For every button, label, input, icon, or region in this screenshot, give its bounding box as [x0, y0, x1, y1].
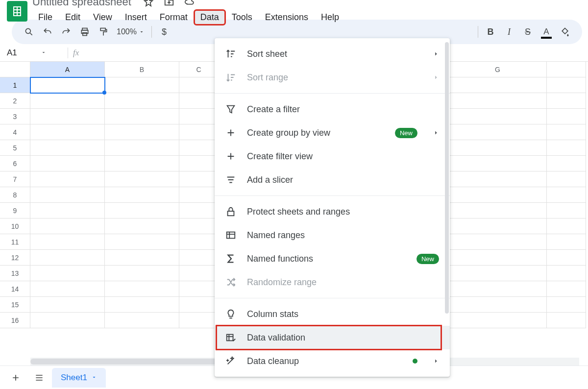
add-sheet-button[interactable] [5, 367, 26, 389]
cell[interactable] [105, 203, 179, 219]
cell[interactable] [105, 250, 179, 266]
col-header-g[interactable]: G [449, 62, 547, 77]
row-header[interactable]: 5 [0, 140, 30, 156]
cloud-status-icon[interactable] [184, 0, 195, 7]
cell[interactable] [179, 140, 219, 156]
cell[interactable] [547, 313, 586, 328]
cell[interactable] [105, 234, 179, 250]
cell[interactable] [179, 297, 219, 313]
cell[interactable] [105, 281, 179, 297]
cell[interactable] [179, 156, 219, 171]
sheets-logo[interactable] [7, 1, 27, 22]
cell[interactable] [179, 203, 219, 219]
document-title[interactable]: Untitled spreadsheet [32, 0, 131, 8]
cell[interactable] [30, 156, 105, 171]
row-header[interactable]: 4 [0, 124, 30, 140]
row-header[interactable]: 7 [0, 171, 30, 187]
cell[interactable] [179, 93, 219, 109]
cell[interactable] [449, 171, 547, 187]
bold-icon[interactable]: B [482, 24, 499, 40]
cell[interactable] [30, 93, 105, 109]
paint-format-icon[interactable] [95, 24, 112, 40]
cell[interactable] [449, 93, 547, 109]
cell[interactable] [449, 124, 547, 140]
cell[interactable] [30, 250, 105, 266]
row-header[interactable]: 9 [0, 203, 30, 219]
row-header[interactable]: 2 [0, 93, 30, 109]
cell[interactable] [449, 77, 547, 93]
cell[interactable] [449, 266, 547, 281]
cell[interactable] [105, 297, 179, 313]
cell[interactable] [30, 124, 105, 140]
search-menus-icon[interactable] [21, 24, 37, 40]
cell[interactable] [105, 77, 179, 93]
menu-create-group-by-view[interactable]: Create group by view New [215, 121, 450, 145]
cell[interactable] [449, 109, 547, 124]
row-header[interactable]: 6 [0, 156, 30, 171]
menu-named-functions[interactable]: Named functions New [215, 247, 450, 270]
cell[interactable] [449, 281, 547, 297]
cell[interactable] [547, 109, 586, 124]
row-header[interactable]: 11 [0, 234, 30, 250]
row-header[interactable]: 10 [0, 219, 30, 234]
col-header-b[interactable]: B [105, 62, 179, 77]
menu-edit[interactable]: Edit [59, 10, 86, 24]
col-header-c[interactable]: C [179, 62, 219, 77]
cell[interactable] [449, 313, 547, 328]
cell[interactable] [179, 313, 219, 328]
cell[interactable] [547, 124, 586, 140]
italic-icon[interactable]: I [501, 24, 517, 40]
cell[interactable] [179, 250, 219, 266]
row-header[interactable]: 3 [0, 109, 30, 124]
undo-icon[interactable] [39, 24, 56, 40]
cell[interactable] [179, 77, 219, 93]
name-box[interactable]: A1 [0, 48, 63, 58]
row-header[interactable]: 16 [0, 313, 30, 328]
cell[interactable] [547, 234, 586, 250]
redo-icon[interactable] [58, 24, 74, 40]
sheet-tab-menu-icon[interactable] [91, 373, 97, 383]
cell[interactable] [449, 219, 547, 234]
cell[interactable] [179, 281, 219, 297]
menu-create-filter[interactable]: Create a filter [215, 97, 450, 121]
sheet-tab-1[interactable]: Sheet1 [52, 368, 106, 388]
menu-data-validation[interactable]: Data validation [215, 326, 450, 349]
currency-icon[interactable]: $ [156, 24, 172, 40]
cell[interactable] [179, 187, 219, 203]
menu-create-filter-view[interactable]: Create filter view [215, 145, 450, 168]
cell[interactable] [547, 281, 586, 297]
cell[interactable] [105, 156, 179, 171]
menu-protect-sheets[interactable]: Protect sheets and ranges [215, 200, 450, 223]
move-to-folder-icon[interactable] [164, 0, 174, 7]
cell[interactable] [179, 234, 219, 250]
cell[interactable] [30, 77, 105, 93]
cell[interactable] [547, 187, 586, 203]
menu-format[interactable]: Format [154, 10, 194, 24]
cell[interactable] [105, 171, 179, 187]
cell[interactable] [449, 187, 547, 203]
cell[interactable] [30, 281, 105, 297]
cell[interactable] [449, 250, 547, 266]
cell[interactable] [30, 297, 105, 313]
menu-sort-sheet[interactable]: Sort sheet [215, 42, 450, 66]
cell[interactable] [179, 109, 219, 124]
cell[interactable] [449, 140, 547, 156]
star-icon[interactable] [143, 0, 154, 7]
cell[interactable] [105, 266, 179, 281]
cell[interactable] [30, 109, 105, 124]
col-header-a[interactable]: A [30, 62, 105, 77]
cell[interactable] [449, 203, 547, 219]
all-sheets-button[interactable] [28, 367, 50, 389]
row-header[interactable]: 1 [0, 77, 30, 93]
cell[interactable] [449, 297, 547, 313]
cell[interactable] [547, 266, 586, 281]
cell[interactable] [105, 187, 179, 203]
cell[interactable] [30, 266, 105, 281]
cell[interactable] [105, 109, 179, 124]
row-header[interactable]: 12 [0, 250, 30, 266]
menu-help[interactable]: Help [315, 10, 345, 24]
cell[interactable] [105, 313, 179, 328]
cell[interactable] [547, 140, 586, 156]
cell[interactable] [179, 171, 219, 187]
cell[interactable] [179, 219, 219, 234]
